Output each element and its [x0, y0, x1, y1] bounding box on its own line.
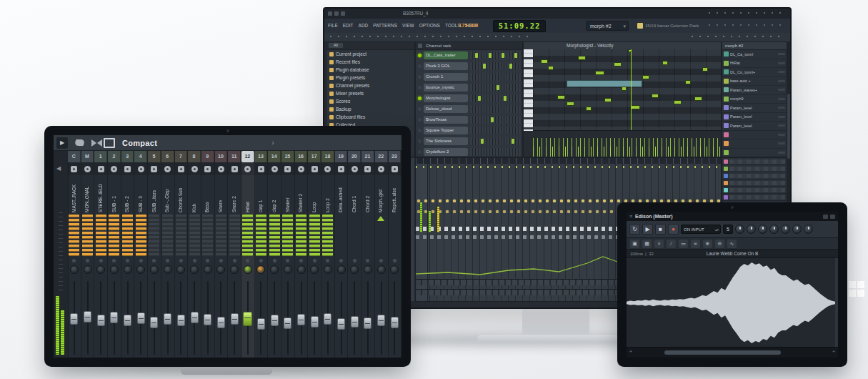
- volume-fader[interactable]: [228, 280, 241, 358]
- pan-knob[interactable]: [70, 265, 79, 274]
- note-grid[interactable]: ▾: [533, 49, 721, 131]
- channel-button[interactable]: Deluxe_cloud: [424, 105, 468, 113]
- edison-window-buttons[interactable]: [823, 215, 835, 219]
- channel-number[interactable]: 6: [161, 151, 174, 162]
- window-buttons[interactable]: [328, 11, 345, 16]
- piano-note[interactable]: [578, 56, 586, 60]
- channel-led[interactable]: [246, 259, 249, 262]
- picker-item[interactable]: [722, 194, 787, 201]
- layout-frame-icon[interactable]: [104, 138, 115, 148]
- playlist-track[interactable]: Param_level: [722, 104, 787, 113]
- channel-number[interactable]: 12: [241, 151, 254, 162]
- picker-item[interactable]: [722, 158, 787, 165]
- piano-note[interactable]: [652, 94, 659, 98]
- volume-fader[interactable]: [175, 280, 188, 358]
- bowtie-icon[interactable]: [91, 139, 96, 147]
- channel-led[interactable]: [418, 139, 421, 143]
- pan-knob[interactable]: [284, 265, 292, 274]
- fader-handle[interactable]: [110, 312, 118, 323]
- channel-led[interactable]: [273, 259, 276, 262]
- channel-rack-menu-icon[interactable]: [418, 44, 422, 48]
- volume-fader[interactable]: [81, 280, 94, 358]
- mic-knob[interactable]: [792, 225, 802, 234]
- title-bar[interactable]: B3057RU_4: [324, 9, 790, 19]
- volume-fader[interactable]: [188, 280, 201, 358]
- monitor-knob[interactable]: [804, 225, 813, 234]
- pan-knob[interactable]: [136, 265, 145, 274]
- volume-fader[interactable]: [361, 280, 374, 358]
- pan-knob[interactable]: [216, 265, 225, 274]
- step-grid[interactable]: [470, 84, 522, 92]
- piano-note[interactable]: [586, 107, 592, 111]
- channel-number[interactable]: 20: [348, 151, 361, 162]
- piano-note[interactable]: [548, 66, 554, 70]
- mixer-channel-strip[interactable]: CMAST..RACK: [68, 151, 81, 358]
- channel-led[interactable]: [72, 259, 76, 262]
- record-icon[interactable]: ●: [668, 224, 679, 235]
- mixer-channel-strip[interactable]: 19Dela..ashed: [335, 151, 349, 358]
- channel-button[interactable]: Pluck 3 GOL: [424, 62, 468, 70]
- channel-led[interactable]: [193, 259, 196, 262]
- piano-note[interactable]: [662, 61, 668, 65]
- fader-handle[interactable]: [243, 312, 252, 326]
- channel-led[interactable]: [299, 259, 303, 262]
- step-cell[interactable]: [481, 139, 484, 144]
- piano-note[interactable]: [614, 62, 622, 67]
- channel-led[interactable]: [286, 259, 289, 262]
- mixer-channel-strip[interactable]: 22Morph..gist: [375, 151, 389, 358]
- channel-number[interactable]: 7: [175, 151, 188, 162]
- piano-note[interactable]: [685, 80, 691, 84]
- fader-handle[interactable]: [70, 313, 78, 325]
- channel-led[interactable]: [179, 259, 183, 262]
- channel-led[interactable]: [418, 86, 421, 89]
- playlist-header[interactable]: morph #2: [722, 42, 787, 50]
- select-icon[interactable]: ▦: [642, 240, 652, 248]
- spinner-icon[interactable]: ▴▾: [715, 225, 719, 234]
- channel-led[interactable]: [259, 259, 263, 262]
- step-grid[interactable]: [470, 73, 522, 81]
- loop-record-icon[interactable]: ↻: [629, 224, 640, 235]
- record-mode-dropdown[interactable]: ON INPUT ▴▾: [681, 225, 721, 234]
- channel-number[interactable]: 19: [335, 151, 348, 162]
- channel-button[interactable]: BrowTexas: [424, 116, 468, 124]
- pan-knob[interactable]: [324, 265, 332, 274]
- plus-icon[interactable]: +: [832, 349, 835, 354]
- pan-knob[interactable]: [350, 265, 359, 274]
- step-grid[interactable]: [470, 94, 522, 102]
- fader-handle[interactable]: [137, 312, 145, 324]
- volume-fader[interactable]: [308, 280, 321, 358]
- mixer-channel-strip[interactable]: 20Chord 1: [348, 151, 361, 358]
- channel-led[interactable]: [418, 107, 421, 111]
- piano-note[interactable]: [642, 75, 650, 79]
- fader-handle[interactable]: [311, 316, 319, 328]
- pan-knob[interactable]: [244, 265, 252, 274]
- channel-number[interactable]: 23: [389, 151, 401, 162]
- step-grid[interactable]: [470, 148, 522, 156]
- pan-knob[interactable]: [176, 265, 185, 274]
- browser-item[interactable]: Current project: [326, 50, 414, 58]
- velocity-lane[interactable]: [533, 130, 721, 157]
- fader-handle[interactable]: [257, 318, 265, 330]
- stop-icon[interactable]: ■: [655, 224, 666, 235]
- menu-item-options[interactable]: OPTIONS: [419, 23, 440, 28]
- menu-item-add[interactable]: ADD: [359, 23, 369, 28]
- channel-led[interactable]: [166, 259, 169, 262]
- pan-knob[interactable]: [310, 265, 319, 274]
- pattern-selector[interactable]: morph #2 ▾: [586, 21, 629, 31]
- volume-fader[interactable]: [255, 280, 268, 358]
- mixer-channel-strip[interactable]: 14clap 2: [268, 151, 281, 358]
- volume-fader[interactable]: [295, 280, 308, 358]
- menu-item-view[interactable]: VIEW: [402, 23, 414, 28]
- step-cell[interactable]: [502, 53, 504, 58]
- channel-led[interactable]: [418, 150, 421, 154]
- channel-number[interactable]: 8: [188, 151, 201, 162]
- playlist-track[interactable]: Param_waves+: [722, 86, 787, 95]
- playlist-track[interactable]: [722, 131, 787, 140]
- scrollbar-handle[interactable]: [664, 350, 781, 355]
- mixer-channel-strip[interactable]: 7Chords Sub: [175, 151, 189, 358]
- speaker-icon[interactable]: ◀: [56, 165, 61, 172]
- volume-fader[interactable]: [281, 280, 294, 358]
- fader-handle[interactable]: [150, 317, 158, 328]
- chevron-right-icon[interactable]: ›: [271, 139, 274, 147]
- fader-handle[interactable]: [217, 317, 225, 328]
